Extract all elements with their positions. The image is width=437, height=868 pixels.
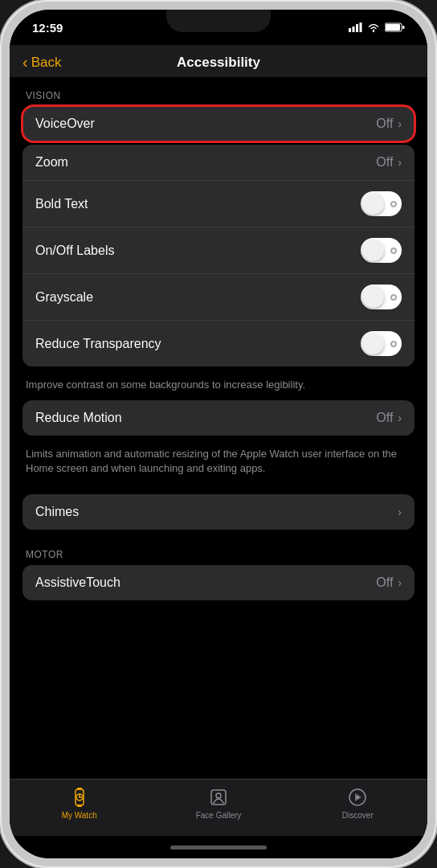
voiceover-value: Off › — [376, 117, 402, 131]
chimes-label: Chimes — [35, 505, 79, 519]
grayscale-toggle[interactable] — [361, 285, 402, 309]
motion-description: Limits animation and automatic resizing … — [10, 442, 427, 484]
signal-icon — [349, 23, 362, 32]
nav-bar: ‹ Back Accessibility — [10, 45, 427, 77]
wifi-icon — [367, 23, 380, 32]
svg-point-18 — [356, 796, 359, 799]
motor-section-header: MOTOR — [10, 542, 427, 565]
svg-rect-3 — [360, 23, 362, 32]
chimes-group: Chimes › — [22, 494, 415, 530]
home-indicator — [10, 836, 427, 858]
face-gallery-icon — [207, 786, 230, 809]
back-chevron-icon: ‹ — [22, 53, 28, 72]
face-gallery-tab-label: Face Gallery — [196, 811, 242, 820]
status-icons — [349, 23, 405, 32]
tab-bar: My Watch Face Gallery — [10, 779, 427, 836]
zoom-row[interactable]: Zoom Off › — [22, 145, 415, 181]
page-title: Accessibility — [177, 55, 260, 71]
status-time: 12:59 — [32, 21, 63, 35]
reduce-motion-label: Reduce Motion — [35, 411, 122, 425]
chimes-chevron-icon: › — [398, 506, 402, 518]
grayscale-row[interactable]: Grayscale — [22, 274, 415, 321]
my-watch-icon — [68, 786, 91, 809]
back-label: Back — [31, 55, 62, 71]
onoff-labels-row[interactable]: On/Off Labels — [22, 227, 415, 274]
svg-rect-1 — [353, 27, 355, 32]
zoom-label: Zoom — [35, 155, 68, 170]
voiceover-chevron-icon: › — [398, 117, 402, 130]
vision-settings-group: Zoom Off › Bold Text On/Off La — [22, 145, 415, 366]
status-bar: 12:59 — [10, 10, 427, 45]
reduce-motion-chevron-icon: › — [398, 411, 402, 424]
zoom-chevron-icon: › — [398, 156, 402, 169]
svg-rect-13 — [77, 805, 82, 807]
onoff-labels-label: On/Off Labels — [35, 244, 114, 258]
zoom-status: Off — [376, 155, 393, 170]
assistive-touch-row[interactable]: AssistiveTouch Off › — [22, 565, 415, 600]
svg-point-15 — [216, 793, 221, 798]
reduce-transparency-row[interactable]: Reduce Transparency — [22, 321, 415, 366]
svg-rect-12 — [77, 788, 82, 790]
reduce-motion-row[interactable]: Reduce Motion Off › — [22, 400, 415, 436]
zoom-right: Off › — [376, 155, 402, 170]
svg-rect-6 — [402, 26, 405, 29]
discover-icon — [346, 786, 369, 809]
voiceover-status: Off — [376, 117, 393, 131]
tab-my-watch[interactable]: My Watch — [10, 786, 149, 820]
vision-description: Improve contrast on some backgrounds to … — [10, 373, 427, 400]
chimes-right: › — [398, 506, 402, 518]
assistive-touch-chevron-icon: › — [398, 576, 402, 589]
bold-text-toggle[interactable] — [361, 191, 402, 216]
bold-text-label: Bold Text — [35, 197, 88, 211]
voiceover-label: VoiceOver — [35, 117, 95, 131]
back-button[interactable]: ‹ Back — [22, 54, 61, 72]
home-bar — [170, 845, 267, 850]
svg-rect-2 — [356, 24, 358, 32]
reduce-transparency-label: Reduce Transparency — [35, 337, 161, 351]
assistive-touch-group: AssistiveTouch Off › — [22, 565, 415, 600]
svg-rect-5 — [386, 24, 400, 31]
assistive-touch-status: Off — [376, 575, 393, 590]
reduce-motion-status: Off — [376, 411, 393, 425]
assistive-touch-right: Off › — [376, 575, 402, 590]
reduce-transparency-toggle[interactable] — [361, 331, 402, 356]
my-watch-tab-label: My Watch — [62, 811, 97, 820]
onoff-labels-toggle[interactable] — [361, 238, 402, 263]
assistive-touch-label: AssistiveTouch — [35, 575, 120, 590]
voiceover-row[interactable]: VoiceOver Off › — [22, 106, 415, 141]
battery-icon — [385, 23, 405, 32]
svg-rect-0 — [349, 28, 351, 32]
reduce-motion-right: Off › — [376, 411, 402, 425]
content-area: VISION VoiceOver Off › Zoom Off › — [10, 77, 427, 779]
discover-tab-label: Discover — [342, 811, 374, 820]
bold-text-row[interactable]: Bold Text — [22, 181, 415, 227]
tab-discover[interactable]: Discover — [288, 786, 427, 820]
vision-section-header: VISION — [10, 84, 427, 106]
chimes-row[interactable]: Chimes › — [22, 494, 415, 530]
grayscale-label: Grayscale — [35, 290, 93, 305]
tab-face-gallery[interactable]: Face Gallery — [149, 786, 288, 820]
reduce-motion-group: Reduce Motion Off › — [22, 400, 415, 436]
